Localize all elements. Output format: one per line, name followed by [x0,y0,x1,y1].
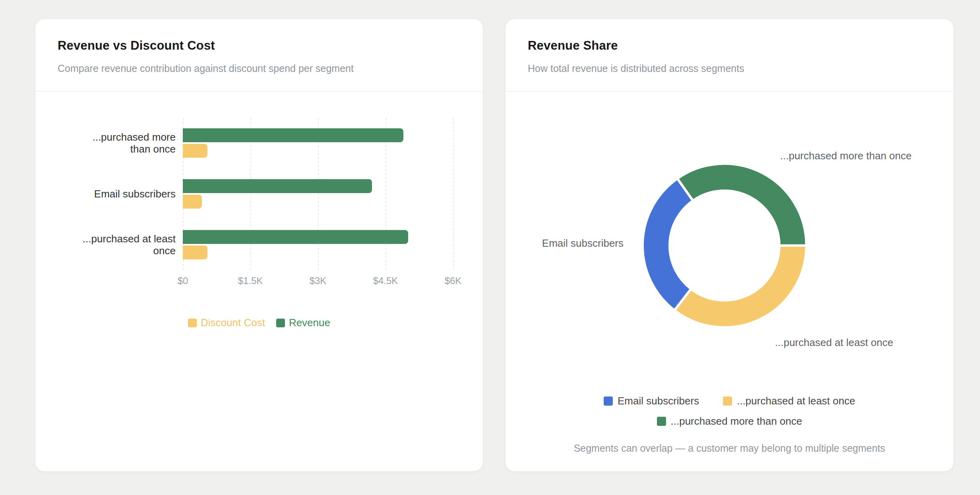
category-label: ...purchased at leastonce [83,233,176,257]
bar-chart-legend: Discount CostRevenue [35,317,483,329]
revenue-share-card: Revenue Share How total revenue is distr… [505,19,954,472]
legend-item-more-than-once[interactable]: ...purchased more than once [657,415,802,427]
x-axis-tick: $6K [445,275,462,286]
donut-label-at-least-once: ...purchased at least once [775,336,893,349]
bar-revenue[interactable] [183,179,372,193]
donut-chart [637,158,812,333]
legend-label: ...purchased more than once [671,415,802,427]
donut-segment-at-least-once[interactable] [674,246,806,327]
legend-swatch [276,319,285,327]
x-axis-tick: $3K [310,275,327,286]
donut-legend-row: ...purchased more than once [657,414,802,428]
card-header: Revenue vs Discount Cost Compare revenue… [35,19,483,92]
bar-plot: $0$1.5K$3K$4.5K$6K [183,118,453,270]
donut-chart-area: ...purchased more than once Email subscr… [505,93,953,471]
card-subtitle: How total revenue is distributed across … [528,62,931,75]
category-label: ...purchased morethan once [92,131,176,155]
legend-item-at-least-once[interactable]: ...purchased at least once [723,395,855,407]
footnote: Segments can overlap — a customer may be… [505,443,953,454]
category-label: Email subscribers [94,188,176,200]
card-title: Revenue vs Discount Cost [58,37,461,54]
donut-segment-more-than-once[interactable] [678,164,806,246]
bar-chart-area: $0$1.5K$3K$4.5K$6K ...purchased morethan… [35,93,483,471]
card-header: Revenue Share How total revenue is distr… [505,19,953,92]
legend-label: Discount Cost [201,317,265,329]
donut-label-more-than-once: ...purchased more than once [780,149,912,162]
bar-revenue[interactable] [183,128,403,142]
legend-swatch [188,319,197,327]
bar-discount-cost[interactable] [183,195,202,209]
card-title: Revenue Share [528,37,931,54]
x-axis-tick: $0 [178,275,188,286]
legend-item-discount-cost[interactable]: Discount Cost [188,317,265,329]
legend-item-revenue[interactable]: Revenue [276,317,330,329]
x-axis-tick: $1.5K [238,275,263,286]
legend-swatch [657,417,666,426]
bar-revenue[interactable] [183,230,408,244]
bar-discount-cost[interactable] [183,144,207,158]
donut-legend-row: Email subscribers...purchased at least o… [604,394,855,408]
legend-label: Revenue [289,317,330,329]
donut-segment-email[interactable] [643,178,693,310]
donut-legend: Email subscribers...purchased at least o… [505,394,953,428]
legend-swatch [723,396,732,406]
x-axis-tick: $4.5K [373,275,398,286]
legend-label: Email subscribers [618,395,699,407]
legend-item-email[interactable]: Email subscribers [604,395,699,407]
donut-label-email-subscribers: Email subscribers [542,237,624,249]
legend-label: ...purchased at least once [737,395,855,407]
card-subtitle: Compare revenue contribution against dis… [58,62,461,75]
legend-swatch [604,396,613,406]
dashboard-page: Revenue vs Discount Cost Compare revenue… [0,0,980,495]
revenue-vs-discount-card: Revenue vs Discount Cost Compare revenue… [35,19,483,472]
gridline [453,118,454,270]
bar-discount-cost[interactable] [183,246,207,259]
